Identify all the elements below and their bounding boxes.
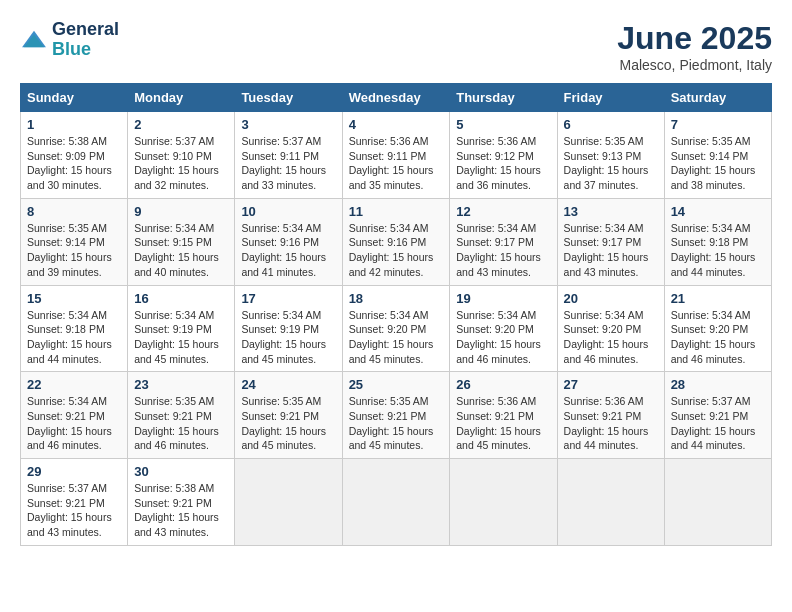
table-row: 27 Sunrise: 5:36 AMSunset: 9:21 PMDaylig… (557, 372, 664, 459)
day-info: Sunrise: 5:38 AMSunset: 9:09 PMDaylight:… (27, 135, 112, 191)
day-number: 23 (134, 377, 228, 392)
month-title: June 2025 (617, 20, 772, 57)
table-row: 16 Sunrise: 5:34 AMSunset: 9:19 PMDaylig… (128, 285, 235, 372)
day-number: 19 (456, 291, 550, 306)
table-row (235, 459, 342, 546)
table-row: 23 Sunrise: 5:35 AMSunset: 9:21 PMDaylig… (128, 372, 235, 459)
day-info: Sunrise: 5:34 AMSunset: 9:20 PMDaylight:… (564, 309, 649, 365)
day-info: Sunrise: 5:34 AMSunset: 9:17 PMDaylight:… (564, 222, 649, 278)
day-number: 17 (241, 291, 335, 306)
day-info: Sunrise: 5:37 AMSunset: 9:10 PMDaylight:… (134, 135, 219, 191)
table-row: 4 Sunrise: 5:36 AMSunset: 9:11 PMDayligh… (342, 112, 450, 199)
day-info: Sunrise: 5:34 AMSunset: 9:20 PMDaylight:… (349, 309, 434, 365)
day-info: Sunrise: 5:34 AMSunset: 9:18 PMDaylight:… (27, 309, 112, 365)
day-info: Sunrise: 5:36 AMSunset: 9:12 PMDaylight:… (456, 135, 541, 191)
calendar-body: 1 Sunrise: 5:38 AMSunset: 9:09 PMDayligh… (21, 112, 772, 546)
table-row (557, 459, 664, 546)
table-row: 17 Sunrise: 5:34 AMSunset: 9:19 PMDaylig… (235, 285, 342, 372)
table-row (450, 459, 557, 546)
table-row: 12 Sunrise: 5:34 AMSunset: 9:17 PMDaylig… (450, 198, 557, 285)
table-row: 14 Sunrise: 5:34 AMSunset: 9:18 PMDaylig… (664, 198, 771, 285)
calendar-table: Sunday Monday Tuesday Wednesday Thursday… (20, 83, 772, 546)
day-number: 4 (349, 117, 444, 132)
day-number: 24 (241, 377, 335, 392)
table-row: 2 Sunrise: 5:37 AMSunset: 9:10 PMDayligh… (128, 112, 235, 199)
day-info: Sunrise: 5:34 AMSunset: 9:19 PMDaylight:… (134, 309, 219, 365)
table-row: 28 Sunrise: 5:37 AMSunset: 9:21 PMDaylig… (664, 372, 771, 459)
day-info: Sunrise: 5:35 AMSunset: 9:21 PMDaylight:… (134, 395, 219, 451)
day-info: Sunrise: 5:34 AMSunset: 9:17 PMDaylight:… (456, 222, 541, 278)
table-row: 29 Sunrise: 5:37 AMSunset: 9:21 PMDaylig… (21, 459, 128, 546)
day-info: Sunrise: 5:34 AMSunset: 9:16 PMDaylight:… (349, 222, 434, 278)
calendar-header: Sunday Monday Tuesday Wednesday Thursday… (21, 84, 772, 112)
day-number: 3 (241, 117, 335, 132)
header-wednesday: Wednesday (342, 84, 450, 112)
table-row: 10 Sunrise: 5:34 AMSunset: 9:16 PMDaylig… (235, 198, 342, 285)
header-friday: Friday (557, 84, 664, 112)
table-row: 13 Sunrise: 5:34 AMSunset: 9:17 PMDaylig… (557, 198, 664, 285)
day-info: Sunrise: 5:37 AMSunset: 9:11 PMDaylight:… (241, 135, 326, 191)
day-info: Sunrise: 5:37 AMSunset: 9:21 PMDaylight:… (27, 482, 112, 538)
day-info: Sunrise: 5:35 AMSunset: 9:13 PMDaylight:… (564, 135, 649, 191)
day-info: Sunrise: 5:34 AMSunset: 9:18 PMDaylight:… (671, 222, 756, 278)
table-row: 25 Sunrise: 5:35 AMSunset: 9:21 PMDaylig… (342, 372, 450, 459)
page-header: GeneralBlue June 2025 Malesco, Piedmont,… (20, 20, 772, 73)
table-row: 18 Sunrise: 5:34 AMSunset: 9:20 PMDaylig… (342, 285, 450, 372)
day-number: 26 (456, 377, 550, 392)
header-thursday: Thursday (450, 84, 557, 112)
day-info: Sunrise: 5:35 AMSunset: 9:21 PMDaylight:… (241, 395, 326, 451)
table-row: 6 Sunrise: 5:35 AMSunset: 9:13 PMDayligh… (557, 112, 664, 199)
table-row: 8 Sunrise: 5:35 AMSunset: 9:14 PMDayligh… (21, 198, 128, 285)
logo: GeneralBlue (20, 20, 119, 60)
table-row: 26 Sunrise: 5:36 AMSunset: 9:21 PMDaylig… (450, 372, 557, 459)
table-row: 11 Sunrise: 5:34 AMSunset: 9:16 PMDaylig… (342, 198, 450, 285)
logo-text: GeneralBlue (52, 20, 119, 60)
day-info: Sunrise: 5:36 AMSunset: 9:21 PMDaylight:… (456, 395, 541, 451)
day-number: 28 (671, 377, 765, 392)
table-row: 7 Sunrise: 5:35 AMSunset: 9:14 PMDayligh… (664, 112, 771, 199)
day-info: Sunrise: 5:37 AMSunset: 9:21 PMDaylight:… (671, 395, 756, 451)
table-row (664, 459, 771, 546)
header-saturday: Saturday (664, 84, 771, 112)
header-sunday: Sunday (21, 84, 128, 112)
day-info: Sunrise: 5:38 AMSunset: 9:21 PMDaylight:… (134, 482, 219, 538)
table-row: 9 Sunrise: 5:34 AMSunset: 9:15 PMDayligh… (128, 198, 235, 285)
day-number: 15 (27, 291, 121, 306)
day-info: Sunrise: 5:34 AMSunset: 9:19 PMDaylight:… (241, 309, 326, 365)
day-info: Sunrise: 5:34 AMSunset: 9:16 PMDaylight:… (241, 222, 326, 278)
day-info: Sunrise: 5:35 AMSunset: 9:14 PMDaylight:… (27, 222, 112, 278)
table-row (342, 459, 450, 546)
title-block: June 2025 Malesco, Piedmont, Italy (617, 20, 772, 73)
day-number: 2 (134, 117, 228, 132)
day-number: 10 (241, 204, 335, 219)
day-info: Sunrise: 5:36 AMSunset: 9:11 PMDaylight:… (349, 135, 434, 191)
day-number: 25 (349, 377, 444, 392)
day-number: 7 (671, 117, 765, 132)
table-row: 24 Sunrise: 5:35 AMSunset: 9:21 PMDaylig… (235, 372, 342, 459)
header-tuesday: Tuesday (235, 84, 342, 112)
location-subtitle: Malesco, Piedmont, Italy (617, 57, 772, 73)
day-info: Sunrise: 5:35 AMSunset: 9:21 PMDaylight:… (349, 395, 434, 451)
table-row: 21 Sunrise: 5:34 AMSunset: 9:20 PMDaylig… (664, 285, 771, 372)
day-number: 22 (27, 377, 121, 392)
table-row: 19 Sunrise: 5:34 AMSunset: 9:20 PMDaylig… (450, 285, 557, 372)
day-number: 27 (564, 377, 658, 392)
table-row: 20 Sunrise: 5:34 AMSunset: 9:20 PMDaylig… (557, 285, 664, 372)
day-number: 12 (456, 204, 550, 219)
table-row: 15 Sunrise: 5:34 AMSunset: 9:18 PMDaylig… (21, 285, 128, 372)
day-info: Sunrise: 5:34 AMSunset: 9:20 PMDaylight:… (456, 309, 541, 365)
day-number: 1 (27, 117, 121, 132)
header-monday: Monday (128, 84, 235, 112)
table-row: 5 Sunrise: 5:36 AMSunset: 9:12 PMDayligh… (450, 112, 557, 199)
day-number: 6 (564, 117, 658, 132)
day-info: Sunrise: 5:34 AMSunset: 9:15 PMDaylight:… (134, 222, 219, 278)
day-number: 16 (134, 291, 228, 306)
day-number: 29 (27, 464, 121, 479)
day-number: 21 (671, 291, 765, 306)
day-info: Sunrise: 5:34 AMSunset: 9:21 PMDaylight:… (27, 395, 112, 451)
day-number: 5 (456, 117, 550, 132)
day-info: Sunrise: 5:36 AMSunset: 9:21 PMDaylight:… (564, 395, 649, 451)
table-row: 3 Sunrise: 5:37 AMSunset: 9:11 PMDayligh… (235, 112, 342, 199)
table-row: 30 Sunrise: 5:38 AMSunset: 9:21 PMDaylig… (128, 459, 235, 546)
day-number: 9 (134, 204, 228, 219)
